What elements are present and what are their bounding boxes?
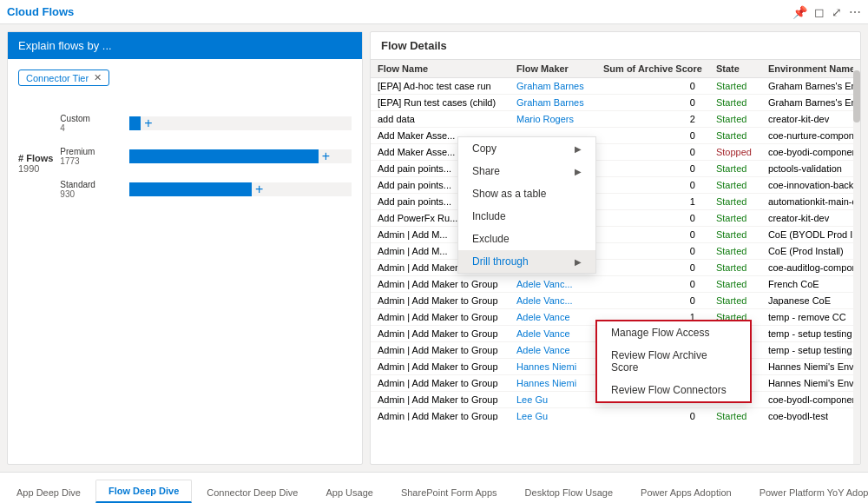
cell-flow-maker[interactable]: Adele Vanc... [510,276,596,293]
table-row[interactable]: Add PowerFx Ru... ...rs 0 Started creato… [371,210,860,227]
tab-power-apps-adoption[interactable]: Power Apps Adoption [628,481,745,503]
cell-archive-score: 0 [596,95,709,111]
table-row[interactable]: add data Mario Rogers 2 Started creator-… [371,111,860,128]
right-panel: Flow Details Flow Name Flow Maker Sum of… [370,31,861,465]
cell-archive-score: 0 [596,128,709,144]
title-bar-icons: 📌 ◻ ⤢ ⋯ [792,5,861,19]
cell-env-name: coe-byodl-test [761,408,860,421]
bar-name-premium: Premium [60,147,129,156]
col-state[interactable]: State [709,60,761,78]
cell-flow-maker[interactable]: Mario Rogers [510,111,596,128]
table-row[interactable]: Admin | Add M... 0 Started CoE (Prod Ins… [371,243,860,260]
table-row[interactable]: Add Maker Asse... 0 Stopped coe-byodi-co… [371,144,860,161]
filter-label: Connector Tier [26,73,89,83]
left-panel-header: Explain flows by ... [8,32,362,59]
table-row[interactable]: Admin | Add Maker to Group Adele Vanc...… [371,260,860,276]
cell-env-name: coe-auditlog-components-dev [761,260,860,276]
table-row[interactable]: Admin | Add Maker to Group Lee Gu 0 Star… [371,408,860,421]
menu-item-drill-through[interactable]: Drill through ▶ Manage Flow Access Revie… [458,250,595,273]
cell-flow-maker[interactable]: Lee Gu [510,408,596,421]
tab-desktop-flow-usage[interactable]: Desktop Flow Usage [512,481,627,503]
table-row[interactable]: Add Maker Asse... 0 Started coe-nurture-… [371,128,860,144]
cell-env-name: CoE (BYODL Prod Install) [761,227,860,243]
menu-item-exclude[interactable]: Exclude [458,228,595,250]
cell-flow-maker[interactable]: Adele Vanc... [510,293,596,309]
table-row[interactable]: [EPA] Ad-hoc test case run Graham Barnes… [371,78,860,95]
page-title: Cloud Flows [7,5,74,18]
table-header-row: Flow Name Flow Maker Sum of Archive Scor… [371,60,860,78]
cell-flow-name: Admin | Add Maker to Group [371,309,510,326]
cell-flow-maker[interactable]: Adele Vance [510,342,596,359]
cell-archive-score: 0 [596,243,709,260]
table-row[interactable]: Add pain points... ...by 1 Started autom… [371,194,860,210]
expand-icon[interactable]: ⤢ [832,5,842,19]
cell-flow-name: Admin | Add Maker to Group [371,359,510,375]
bar-fill-standard [129,182,252,196]
menu-item-copy[interactable]: Copy ▶ [458,137,595,160]
more-icon[interactable]: ⋯ [849,5,861,19]
submenu-manage-flow-access[interactable]: Manage Flow Access [597,321,750,344]
bar-expand-custom[interactable]: + [144,116,152,131]
context-menu-overlay: Copy ▶ Share ▶ Show as a table Include E… [457,136,596,274]
tab-flow-deep-dive[interactable]: Flow Deep Dive [95,480,192,503]
copy-icon[interactable]: ◻ [814,5,825,19]
tab-app-usage[interactable]: App Usage [312,481,385,503]
cell-flow-maker[interactable]: Adele Vance [510,326,596,342]
cell-env-name: Graham Barnes's Environment [761,78,860,95]
bar-value-custom: 4 [60,123,129,133]
cell-flow-maker[interactable]: Hannes Niemi [510,375,596,392]
submenu-review-archive-score[interactable]: Review Flow Archive Score [597,344,750,379]
col-env-name[interactable]: Environment Name [761,60,860,78]
col-archive-score[interactable]: Sum of Archive Score [596,60,709,78]
cell-flow-maker[interactable]: Adele Vance [510,309,596,326]
submenu-review-connectors[interactable]: Review Flow Connectors [597,379,750,401]
cell-env-name: creator-kit-dev [761,111,860,128]
cell-env-name: creator-kit-dev [761,210,860,227]
cell-flow-name: Admin | Add Maker to Group [371,408,510,421]
table-row[interactable]: Admin | Add M... 0 Started CoE (BYODL Pr… [371,227,860,243]
cell-flow-maker[interactable]: Graham Barnes [510,78,596,95]
tab-sharepoint-form-apps[interactable]: SharePoint Form Apps [388,481,510,503]
table-row[interactable]: Add pain points... ...rator 0 Started pc… [371,161,860,177]
table-row[interactable]: Add pain points... 0 Started coe-innovat… [371,177,860,194]
cell-env-name: French CoE [761,276,860,293]
cell-env-name: temp - remove CC [761,309,860,326]
bar-info-standard: Standard 930 [60,180,129,199]
connector-tier-filter[interactable]: Connector Tier ✕ [18,69,109,86]
cell-state: Started [709,408,761,421]
main-content: Explain flows by ... Connector Tier ✕ # … [0,24,868,472]
cell-flow-maker[interactable]: Hannes Niemi [510,359,596,375]
menu-item-share[interactable]: Share ▶ [458,160,595,182]
tab-connector-deep-dive[interactable]: Connector Deep Dive [194,481,311,503]
cell-flow-maker[interactable]: Graham Barnes [510,95,596,111]
cell-archive-score: 1 [596,194,709,210]
col-flow-maker[interactable]: Flow Maker [510,60,596,78]
cell-flow-maker[interactable]: Lee Gu [510,392,596,408]
menu-show-table-label: Show as a table [472,188,546,200]
bars-container: Custom 4 + Premium 1773 [60,114,352,213]
close-filter-icon[interactable]: ✕ [94,72,102,83]
scrollbar[interactable] [853,63,860,465]
cell-state: Started [709,227,761,243]
menu-item-include[interactable]: Include [458,205,595,228]
scrollbar-thumb [853,70,860,122]
menu-item-show-table[interactable]: Show as a table [458,182,595,205]
bar-expand-standard[interactable]: + [255,182,263,197]
pin-icon[interactable]: 📌 [792,5,807,19]
cell-env-name: coe-byodi-components-dev [761,144,860,161]
bar-expand-premium[interactable]: + [322,149,330,164]
col-flow-name[interactable]: Flow Name [371,60,510,78]
table-row[interactable]: [EPA] Run test cases (child) Graham Barn… [371,95,860,111]
table-row[interactable]: Admin | Add Maker to Group Adele Vanc...… [371,276,860,293]
cell-flow-name: Admin | Add Maker to Group [371,326,510,342]
table-row[interactable]: Admin | Add Maker to Group Adele Vanc...… [371,293,860,309]
cell-env-name: coe-nurture-components-dev [761,128,860,144]
cell-env-name: Hannes Niemi's Environment [761,359,860,375]
cell-state: Started [709,128,761,144]
tab-power-platform-yoy[interactable]: Power Platform YoY Adop... [746,481,868,503]
cell-state: Started [709,95,761,111]
tab-app-deep-dive[interactable]: App Deep Dive [3,481,94,503]
cell-state: Started [709,210,761,227]
copy-chevron-icon: ▶ [575,144,582,154]
cell-env-name: temp - setup testing 1 [761,326,860,342]
